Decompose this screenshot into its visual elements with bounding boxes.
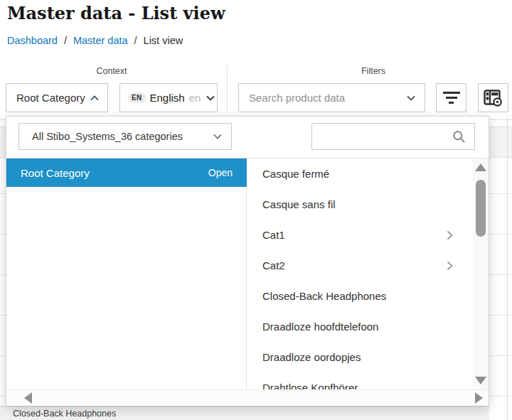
breadcrumb-dashboard[interactable]: Dashboard <box>7 35 58 46</box>
scroll-left-icon[interactable] <box>24 392 32 404</box>
breadcrumb: Dashboard / Master data / List view <box>7 35 183 46</box>
scroll-right-icon[interactable] <box>475 392 483 404</box>
search-dropdown-placeholder: Search product data <box>249 92 407 104</box>
open-action-link[interactable]: Open <box>208 167 233 178</box>
list-item[interactable]: Draadloze hoofdtelefoon <box>247 311 489 342</box>
language-name: English <box>150 92 185 104</box>
filter-icon <box>443 92 460 104</box>
chevron-right-icon <box>447 230 453 240</box>
chevron-down-icon <box>407 95 415 101</box>
vertical-scrollbar-thumb[interactable] <box>476 180 486 237</box>
category-scope-select[interactable]: All Stibo_Systems_36 categories <box>18 123 232 150</box>
child-category-list: Casque fermé Casque sans fil Cat1 Cat2 <box>247 158 489 389</box>
context-language-dropdown[interactable]: EN English en <box>119 83 218 112</box>
breadcrumb-master-data[interactable]: Master data <box>73 35 128 46</box>
search-icon <box>452 130 466 144</box>
master-data-list-view-window: Master data - List view Dashboard / Mast… <box>0 0 512 420</box>
search-product-data-dropdown[interactable]: Search product data <box>238 83 425 112</box>
chevron-up-icon <box>90 95 99 101</box>
list-item[interactable]: Casque fermé <box>247 158 489 189</box>
list-item[interactable]: Cat1 <box>247 220 489 250</box>
list-item[interactable]: Casque sans fil <box>247 189 489 220</box>
breadcrumb-list-view: List view <box>144 35 183 46</box>
filters-group-label: Filters <box>238 66 508 76</box>
category-picker-panel: All Stibo_Systems_36 categories Root Cat… <box>6 116 489 406</box>
language-badge: EN <box>128 92 146 103</box>
list-item[interactable]: Closed-Back Headphones <box>247 281 489 311</box>
panel-search-input[interactable] <box>321 131 452 142</box>
vertical-scrollbar[interactable] <box>473 158 489 389</box>
status-bar-text: Closed-Back Headphones <box>0 409 116 419</box>
list-item[interactable]: Draadloze oordopjes <box>247 342 489 372</box>
selected-node-label: Root Category <box>21 167 208 179</box>
table-eye-icon <box>484 90 503 107</box>
toolbar-section-divider <box>227 65 228 112</box>
chevron-right-icon <box>447 261 453 271</box>
category-scope-value: All Stibo_Systems_36 categories <box>32 131 213 142</box>
scroll-down-icon[interactable] <box>475 377 486 384</box>
page-title: Master data - List view <box>7 3 225 23</box>
breadcrumb-separator: / <box>64 35 67 46</box>
list-item[interactable]: Drahtlose Kopfhörer <box>247 372 489 389</box>
status-bar: Closed-Back Headphones <box>0 406 489 420</box>
tree-item-root-category[interactable]: Root Category Open <box>6 158 247 187</box>
panel-toolbar: All Stibo_Systems_36 categories <box>6 117 489 158</box>
horizontal-scrollbar[interactable] <box>6 389 489 406</box>
filter-button[interactable] <box>436 83 466 112</box>
context-group-label: Context <box>6 66 218 76</box>
category-tree-column: Root Category Open <box>6 158 247 389</box>
list-item[interactable]: Cat2 <box>247 250 489 281</box>
chevron-down-icon <box>206 95 215 101</box>
context-category-value: Root Category <box>16 92 90 104</box>
scroll-up-icon[interactable] <box>475 163 486 171</box>
breadcrumb-separator: / <box>134 35 137 46</box>
language-code: en <box>189 92 201 104</box>
context-category-dropdown[interactable]: Root Category <box>6 83 108 112</box>
chevron-down-icon <box>213 134 222 139</box>
panel-search-box <box>311 123 475 150</box>
column-settings-button[interactable] <box>478 83 508 112</box>
panel-body: Root Category Open Casque fermé Casque s… <box>6 158 489 389</box>
